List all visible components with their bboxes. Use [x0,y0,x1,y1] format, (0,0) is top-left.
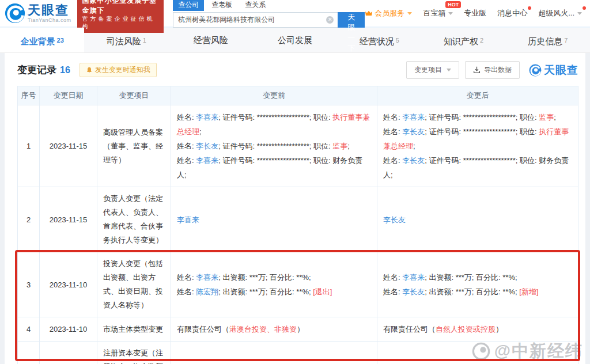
tab-label: 司法风险 [107,36,141,46]
cell-text: ; 证件号码: ******************; 职位: [218,113,332,122]
cell-text: [退出] [313,287,332,296]
change-item-cell: 投资人变更（包括出资额、出资方式、出资日期、投资人名称等） [97,252,171,317]
search-tab-查公司[interactable]: 查公司 [173,0,204,11]
tab-公司发展[interactable]: 公司发展 [253,28,337,52]
chevron-down-icon [447,69,451,71]
cell-text: 自然人投资或控股 [436,325,496,333]
date-cell: 2023-11-15 [40,105,97,187]
bell-icon [86,67,93,74]
section-title: 变更记录 [17,63,56,77]
nav-item-消息中心[interactable]: 消息中心 [497,8,527,18]
search-type-tabs: 查公司查老板查关系 [173,0,365,11]
cell-line: 李长友 [383,213,572,227]
date-cell: 2023-11-15 [40,187,97,252]
nav-label: 消息中心 [497,8,527,18]
tab-知识产权[interactable]: 知识产权2 [421,28,505,52]
person-link[interactable]: 李喜来 [402,113,425,122]
column-header: 变更日期 [40,86,97,105]
person-link[interactable]: 李长友 [402,127,425,136]
cell-text: 港澳台投资、非独资 [229,325,297,333]
after-cell: 姓名: 李喜来; 证件号码: ******************; 职位: 监… [377,105,578,187]
nav-item-专业版[interactable]: 专业版 [464,8,486,18]
seq-cell: 4 [18,317,40,342]
cell-line: 姓名: 李长友; 证件号码: ******************; 职位: 执… [383,124,572,153]
tab-司法风险[interactable]: 司法风险1 [84,28,168,52]
notification-dot [583,6,586,10]
before-cell: 姓名: 李喜来; 证件号码: ******************; 职位: 执… [171,105,377,187]
person-link[interactable]: 李喜来 [196,156,218,165]
cell-text: [新增] [519,287,538,296]
person-link[interactable]: 李长友 [383,215,406,224]
person-link[interactable]: 李喜来 [196,273,218,282]
cell-text: ; 证件号码: ******************; 职位: [425,113,539,122]
notify-on-change-button[interactable]: 发生变更时通知我 [80,63,157,77]
seq-cell: 3 [18,252,40,317]
cell-line: 姓名: 李长友; 证件号码: ******************; 职位: 财… [383,153,572,182]
search-button[interactable]: 天眼一下 [338,12,365,28]
column-header: 序号 [18,86,40,105]
cell-text: ） [297,325,304,333]
badge-line1: 国家中小企业发展子基金旗下 [82,0,159,15]
cell-text: 有限责任公司（ [383,325,436,333]
seq-cell: 5 [18,342,40,364]
person-link[interactable]: 李长友 [402,287,425,296]
person-link[interactable]: 李喜来 [177,215,199,224]
person-link[interactable]: 李喜来 [196,113,218,122]
person-link[interactable]: 陈宏翔 [196,287,218,296]
after-cell: 500 [377,342,578,364]
tab-经营风险[interactable]: 经营风险 [169,28,253,52]
tianyancha-logo[interactable]: 天眼查 TianYanCha.com [5,3,71,24]
date-cell: 2023-11-10 [40,342,97,364]
crown-icon [365,10,373,17]
header-nav: 会员服务百宝箱HOT专业版消息中心超级风火... [365,8,584,18]
logo-text: 天眼查 [28,4,71,17]
person-link[interactable]: 李喜来 [402,273,425,282]
cell-line: 有限责任公司（自然人投资或控股） [383,322,572,336]
after-cell: 李长友 [377,187,578,252]
before-cell: 有限责任公司（港澳台投资、非独资） [171,317,377,342]
tab-企业背景[interactable]: 企业背景23 [0,28,84,52]
tab-经营状况[interactable]: 经营状况5 [337,28,421,52]
nav-label: 专业版 [464,8,486,18]
seq-cell: 2 [18,187,40,252]
cell-text: ; [347,142,350,150]
notification-dot [528,6,531,10]
cell-text: 监事 [332,142,347,150]
cell-text: ; [199,127,202,136]
column-header: 变更前 [171,86,377,105]
change-item-filter-dropdown[interactable]: 变更项目 [406,61,459,79]
search-area: 查公司查老板查关系 ✕ 天眼一下 [173,0,365,28]
search-tab-查老板[interactable]: 查老板 [206,0,237,11]
nav-item-百宝箱[interactable]: 百宝箱HOT [423,8,453,18]
tab-历史信息[interactable]: 历史信息7 [506,28,590,52]
nav-label: 百宝箱 [423,8,445,18]
nav-item-会员服务[interactable]: 会员服务 [365,8,412,18]
cell-line: 500 [177,360,371,364]
tab-label: 历史信息 [528,36,562,46]
cell-text: ; [554,113,556,122]
cell-text: ; 出资额: ***万; 百分比: **%; [218,287,313,296]
nav-label: 超级风火... [538,8,574,18]
search-tab-查关系[interactable]: 查关系 [240,0,271,11]
table-row: 32023-11-10投资人变更（包括出资额、出资方式、出资日期、投资人名称等）… [18,252,578,317]
tab-label: 经营状况 [360,36,394,46]
person-link[interactable]: 李长友 [402,156,425,165]
search-input[interactable] [173,12,338,28]
cell-text: 姓名: [177,273,196,282]
cell-line: 姓名: 李长友; 证件号码: ******************; 职位: 监… [177,139,371,153]
export-data-button[interactable]: 导出数据 [465,61,520,79]
seq-cell: 1 [18,105,40,187]
before-cell: 姓名: 李喜来; 出资额: ***万; 百分比: **%;姓名: 陈宏翔; 出资… [171,252,377,317]
brand-watermark-text: 天眼查 [544,63,578,78]
cell-text: 姓名: [177,287,196,296]
cell-text: 有限责任公司（ [177,325,229,333]
cell-line: 姓名: 李喜来; 证件号码: ******************; 职位: 监… [383,110,572,124]
tab-count: 5 [396,37,399,44]
before-cell: 500 [171,342,377,364]
cell-text: 姓名: [383,287,402,296]
change-item-cell: 注册资本变更（注册资金、资金数额等变更） [97,342,171,364]
table-header-row: 序号变更日期变更项目变更前变更后 [18,86,578,105]
person-link[interactable]: 李长友 [196,142,218,150]
cell-line: 李喜来 [177,213,371,227]
nav-item-超级风火...[interactable]: 超级风火... [538,8,582,18]
